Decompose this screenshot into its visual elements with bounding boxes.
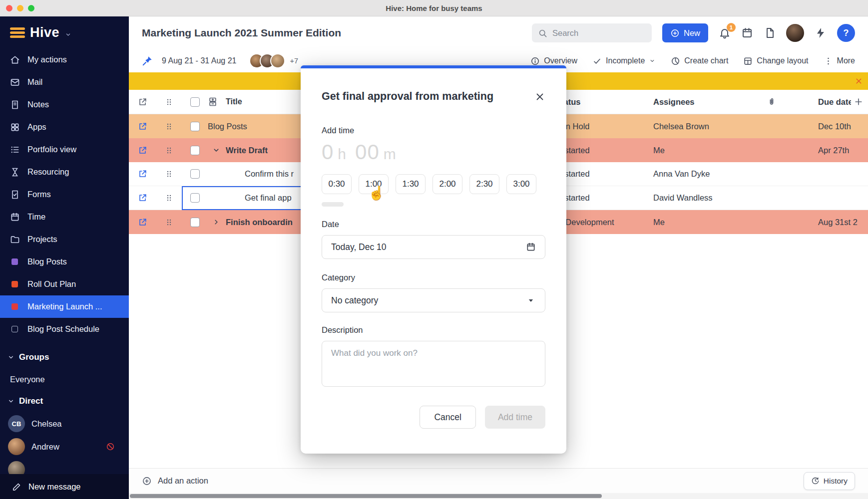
sidebar-item-notes[interactable]: Notes	[0, 93, 129, 116]
sidebar-item-projects[interactable]: Projects	[0, 228, 129, 250]
column-header-assignees[interactable]: Assignees	[644, 97, 754, 107]
pin-icon[interactable]	[142, 55, 153, 66]
task-due-date[interactable]: Dec 10th	[789, 122, 868, 131]
groups-section-header[interactable]: Groups	[0, 346, 129, 368]
sidebar-project-blog-post-schedule[interactable]: Blog Post Schedule	[0, 318, 129, 340]
expand-subtasks-icon[interactable]	[212, 218, 221, 227]
filter-incomplete-dropdown[interactable]: Incomplete	[592, 56, 656, 66]
task-due-date[interactable]: Apr 27th	[789, 146, 868, 155]
date-input[interactable]: Today, Dec 10	[322, 235, 545, 259]
time-preset-chip[interactable]: 1:00	[359, 174, 389, 194]
zoom-window-button[interactable]	[28, 5, 34, 11]
cancel-button[interactable]: Cancel	[420, 406, 475, 429]
hive-logo[interactable]: Hive	[0, 16, 129, 48]
change-layout-button[interactable]: Change layout	[743, 56, 808, 66]
sidebar-item-portfolio-view[interactable]: Portfolio view	[0, 138, 129, 161]
task-assignee[interactable]: Anna Van Dyke	[644, 169, 754, 179]
task-title[interactable]: Write Draft	[226, 146, 268, 155]
new-message-button[interactable]: New message	[0, 474, 129, 499]
sidebar-item-time[interactable]: Time	[0, 206, 129, 228]
sidebar-item-apps[interactable]: Apps	[0, 116, 129, 138]
add-column-icon[interactable]	[854, 97, 864, 107]
time-preset-chip[interactable]: 2:00	[433, 174, 462, 194]
sidebar-project-blog-posts[interactable]: Blog Posts	[0, 250, 129, 273]
sidebar-item-resourcing[interactable]: Resourcing	[0, 161, 129, 183]
avatar-overflow-count[interactable]: +7	[290, 57, 298, 65]
hours-value[interactable]: 0	[322, 140, 334, 164]
drag-handle-icon[interactable]	[165, 122, 173, 131]
paperclip-icon[interactable]	[767, 97, 776, 106]
drag-handle-icon[interactable]	[165, 194, 173, 202]
direct-item-chelsea[interactable]: CB Chelsea	[0, 412, 129, 435]
drag-handle-icon[interactable]	[165, 218, 173, 227]
close-window-button[interactable]	[6, 5, 12, 11]
category-dropdown[interactable]: No category	[322, 288, 545, 312]
description-input[interactable]	[322, 341, 545, 387]
new-button[interactable]: New	[662, 23, 708, 42]
column-header-title[interactable]: Title	[226, 97, 242, 106]
minimize-window-button[interactable]	[17, 5, 23, 11]
create-chart-button[interactable]: Create chart	[671, 56, 728, 66]
sidebar-project-roll-out-plan[interactable]: Roll Out Plan	[0, 273, 129, 295]
chevron-down-icon[interactable]	[64, 31, 72, 38]
open-panel-icon[interactable]	[138, 97, 147, 107]
task-due-date[interactable]: Aug 31st 2	[789, 218, 868, 227]
time-preset-chip[interactable]: 2:30	[469, 174, 499, 194]
sidebar-item-my-actions[interactable]: My actions	[0, 48, 129, 71]
calendar-icon[interactable]	[741, 27, 753, 39]
sidebar-item-forms[interactable]: Forms	[0, 183, 129, 206]
time-preset-chip[interactable]: 0:30	[322, 174, 352, 194]
task-assignee[interactable]: Chelsea Brown	[644, 122, 754, 131]
column-header-due-date[interactable]: Due date	[789, 97, 851, 107]
notifications-button[interactable]: 1	[719, 27, 731, 39]
drag-handle-icon[interactable]	[165, 146, 173, 155]
minutes-value[interactable]: 00	[355, 140, 380, 164]
task-title[interactable]: Finish onboardin	[226, 218, 293, 227]
open-task-icon[interactable]	[138, 169, 147, 179]
more-button[interactable]: More	[824, 56, 855, 66]
task-title[interactable]: Blog Posts	[208, 122, 247, 131]
group-item-everyone[interactable]: Everyone	[0, 368, 129, 390]
open-task-icon[interactable]	[138, 193, 147, 203]
close-icon[interactable]	[534, 91, 545, 102]
history-button[interactable]: History	[804, 472, 855, 490]
open-task-icon[interactable]	[138, 218, 147, 227]
expand-collapse-all-icon[interactable]	[208, 97, 218, 107]
drag-handle-icon[interactable]	[165, 170, 173, 178]
select-all-checkbox[interactable]	[190, 97, 200, 107]
close-icon[interactable]	[855, 77, 863, 85]
task-assignee[interactable]: Me	[644, 146, 754, 155]
sidebar-item-mail[interactable]: Mail	[0, 71, 129, 93]
task-title[interactable]: Get final app	[245, 193, 292, 203]
direct-item-andrew[interactable]: Andrew	[0, 435, 129, 458]
row-checkbox[interactable]	[190, 122, 200, 131]
sidebar-project-marketing-launch[interactable]: Marketing Launch ...	[0, 295, 129, 318]
open-task-icon[interactable]	[138, 146, 147, 155]
task-assignee[interactable]: David Wandless	[644, 193, 754, 203]
overview-button[interactable]: Overview	[530, 56, 577, 66]
calendar-icon[interactable]	[526, 242, 536, 252]
search-input[interactable]: Search	[532, 23, 652, 42]
scrollbar-thumb[interactable]	[130, 494, 602, 498]
drag-handle-icon[interactable]	[165, 98, 173, 106]
lightning-icon[interactable]	[815, 27, 827, 39]
task-assignee[interactable]: Me	[644, 218, 754, 227]
time-preset-chip[interactable]: 3:00	[506, 174, 536, 194]
user-avatar[interactable]	[786, 24, 804, 42]
time-entry-display[interactable]: 0 h 00 m	[322, 140, 545, 164]
direct-section-header[interactable]: Direct	[0, 390, 129, 412]
help-button[interactable]: ?	[837, 24, 855, 42]
open-task-icon[interactable]	[138, 122, 147, 131]
time-preset-chip[interactable]: 1:30	[396, 174, 426, 194]
task-title[interactable]: Confirm this r	[245, 169, 294, 179]
add-time-submit-button[interactable]: Add time	[485, 406, 545, 429]
row-checkbox[interactable]	[190, 169, 200, 179]
caret-down-icon[interactable]	[526, 295, 536, 305]
add-action-button[interactable]: Add an action	[142, 476, 208, 486]
row-checkbox[interactable]	[190, 146, 200, 155]
member-avatars[interactable]	[249, 53, 285, 68]
document-icon[interactable]	[764, 27, 776, 39]
row-checkbox[interactable]	[190, 193, 200, 203]
collapse-subtasks-icon[interactable]	[212, 146, 221, 155]
row-checkbox[interactable]	[190, 218, 200, 227]
